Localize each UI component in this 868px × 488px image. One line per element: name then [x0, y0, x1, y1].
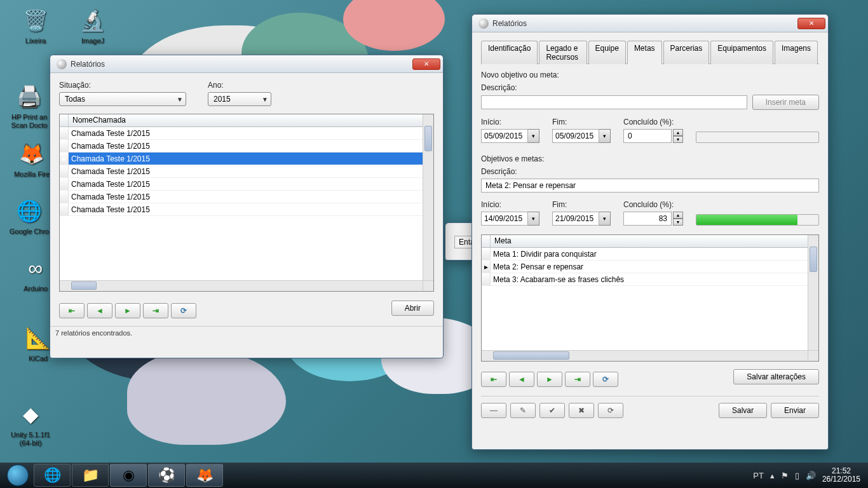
nav-last-button[interactable]: ⇥	[143, 303, 168, 318]
taskbar-chrome[interactable]: ◉	[110, 464, 147, 487]
table-row[interactable]: Meta 1: Dividir para conquistar	[482, 248, 818, 261]
table-row[interactable]: Chamada Teste 1/2015	[60, 140, 433, 152]
nav-prev-button[interactable]: ◄	[87, 303, 112, 318]
desktop-icon-imagej[interactable]: 🔬ImageJ	[69, 5, 117, 48]
table-row[interactable]: Chamada Teste 1/2015	[60, 127, 433, 140]
refresh-button[interactable]: ⟳	[593, 372, 618, 387]
table-row[interactable]: ▸Meta 2: Pensar e repensar	[482, 261, 818, 273]
table-row[interactable]: Chamada Teste 1/2015	[60, 191, 433, 203]
calendar-icon[interactable]: ▾	[599, 129, 611, 143]
table-row[interactable]: Chamada Teste 1/2015	[60, 165, 433, 178]
edit-button[interactable]: ✎	[510, 403, 536, 418]
taskbar-app[interactable]: ⚽	[148, 464, 185, 487]
situacao-combo[interactable]: Todas ▼	[59, 92, 186, 106]
nav-first-button[interactable]: ⇤	[59, 303, 85, 318]
novo-concluido-input[interactable]	[623, 129, 672, 143]
metas-vscrollbar[interactable]	[808, 235, 818, 350]
abrir-button[interactable]: Abrir	[391, 301, 434, 316]
metas-header-meta[interactable]: Meta	[491, 235, 818, 247]
nav-first-button[interactable]: ⇤	[481, 372, 506, 387]
tabs-bar: IdentificaçãoLegado e RecursosEquipeMeta…	[481, 40, 819, 64]
minus-button[interactable]: —	[481, 403, 506, 418]
tray-network-icon[interactable]: ▯	[795, 471, 799, 480]
metas-hscrollbar[interactable]	[482, 350, 808, 361]
tab-imagens[interactable]: Imagens	[775, 41, 818, 64]
sel-fim-input[interactable]	[552, 212, 599, 226]
close-button[interactable]: ✕	[797, 18, 825, 29]
situacao-label: Situação:	[59, 81, 193, 90]
tab-parcerias[interactable]: Parcerias	[663, 41, 710, 64]
tray-volume-icon[interactable]: 🔊	[806, 471, 816, 480]
novo-fim-datefield[interactable]: ▾	[552, 129, 611, 143]
window1-titlebar[interactable]: Relatórios ✕	[50, 55, 443, 73]
inserir-meta-button[interactable]: Inserir meta	[752, 95, 819, 110]
table-row[interactable]: ▸Chamada Teste 1/2015	[60, 152, 433, 165]
desktop-icon-mozilla-fire[interactable]: 🦊Mozilla Fire	[8, 139, 56, 181]
refresh-button[interactable]: ⟳	[171, 303, 196, 318]
taskbar: 🌐 📁 ◉ ⚽ 🦊 PT ▴ ⚑ ▯ 🔊 21:52 26/12/2015	[0, 463, 868, 488]
tab-legado-e-recursos[interactable]: Legado e Recursos	[539, 41, 587, 64]
taskbar-explorer[interactable]: 📁	[72, 464, 109, 487]
grid-hscrollbar[interactable]	[60, 280, 423, 291]
sel-fim-datefield[interactable]: ▾	[552, 212, 611, 226]
taskbar-ie[interactable]: 🌐	[34, 464, 71, 487]
start-button[interactable]	[3, 463, 33, 488]
app-icon: 🖨️	[14, 81, 44, 112]
close-button[interactable]: ✕	[412, 58, 440, 70]
nav-prev-button[interactable]: ◄	[509, 372, 534, 387]
salvar-alteracoes-button[interactable]: Salvar alterações	[733, 369, 819, 384]
tray-chevron-up-icon[interactable]: ▴	[770, 471, 775, 480]
calendar-icon[interactable]: ▾	[528, 212, 539, 226]
salvar-button[interactable]: Salvar	[719, 403, 767, 418]
metas-grid[interactable]: Meta Meta 1: Dividir para conquistar▸Met…	[481, 234, 819, 362]
spinner-up-icon[interactable]: ▲	[673, 129, 683, 136]
sel-descricao-input[interactable]	[481, 179, 819, 193]
tab-equipe[interactable]: Equipe	[588, 41, 626, 64]
spinner-up-icon[interactable]: ▲	[673, 212, 683, 219]
check-button[interactable]: ✔	[539, 403, 565, 418]
novo-concluido-spinner[interactable]: ▲ ▼	[673, 129, 683, 143]
desktop-icon-hp-print-an-scan-docto[interactable]: 🖨️HP Print an Scan Docto	[5, 81, 53, 132]
taskbar-clock[interactable]: 21:52 26/12/2015	[822, 467, 860, 484]
desktop-icon-google-chro[interactable]: 🌐Google Chro	[5, 196, 53, 238]
calendar-icon[interactable]: ▾	[528, 129, 539, 143]
spinner-down-icon[interactable]: ▼	[673, 136, 683, 143]
table-row[interactable]: Chamada Teste 1/2015	[60, 203, 433, 216]
table-row[interactable]: Meta 3: Acabaram-se as frases clichês	[482, 273, 818, 286]
spinner-down-icon[interactable]: ▼	[673, 219, 683, 226]
window2-titlebar[interactable]: Relatórios ✕	[472, 15, 828, 32]
novo-inicio-input[interactable]	[481, 129, 528, 143]
language-indicator[interactable]: PT	[753, 471, 764, 480]
relatorios-grid[interactable]: NomeChamada Chamada Teste 1/2015Chamada …	[59, 114, 434, 292]
row-indicator-icon	[60, 178, 69, 190]
enviar-button[interactable]: Enviar	[771, 403, 819, 418]
calendar-icon[interactable]: ▾	[599, 212, 611, 226]
tab-metas[interactable]: Metas	[627, 41, 662, 64]
cancel-button[interactable]: ✖	[569, 403, 594, 418]
novo-inicio-datefield[interactable]: ▾	[481, 129, 539, 143]
tray-flag-icon[interactable]: ⚑	[781, 471, 789, 480]
tab-equipamentos[interactable]: Equipamentos	[710, 41, 773, 64]
sel-inicio-input[interactable]	[481, 212, 528, 226]
sel-concluido-spinner[interactable]: ▲ ▼	[673, 212, 683, 226]
desktop-icon-unity-5-1-1f1-64-bit-[interactable]: ◆Unity 5.1.1f1 (64-bit)	[6, 399, 55, 450]
table-row[interactable]: Chamada Teste 1/2015	[60, 178, 433, 191]
grid-header-nomechamada[interactable]: NomeChamada	[69, 114, 433, 126]
tab-identifica-o[interactable]: Identificação	[481, 41, 538, 64]
ano-combo[interactable]: 2015 ▼	[208, 92, 271, 106]
grid-vscrollbar[interactable]	[423, 114, 433, 280]
nav-last-button[interactable]: ⇥	[565, 372, 590, 387]
sel-inicio-datefield[interactable]: ▾	[481, 212, 539, 226]
novo-fim-input[interactable]	[552, 129, 599, 143]
sel-concluido-input[interactable]	[623, 212, 672, 226]
refresh2-button[interactable]: ⟳	[598, 403, 623, 418]
desktop-icon-lixeira[interactable]: 🗑️Lixeira	[11, 5, 60, 48]
chevron-down-icon: ▼	[173, 96, 183, 103]
cell-nomechamada: Chamada Teste 1/2015	[69, 193, 153, 201]
app-icon: ◆	[15, 399, 46, 430]
nav-next-button[interactable]: ►	[537, 372, 562, 387]
nova-descricao-input[interactable]	[481, 95, 747, 109]
taskbar-gimp[interactable]: 🦊	[186, 464, 223, 487]
system-tray: PT ▴ ⚑ ▯ 🔊 21:52 26/12/2015	[753, 467, 865, 484]
nav-next-button[interactable]: ►	[115, 303, 140, 318]
